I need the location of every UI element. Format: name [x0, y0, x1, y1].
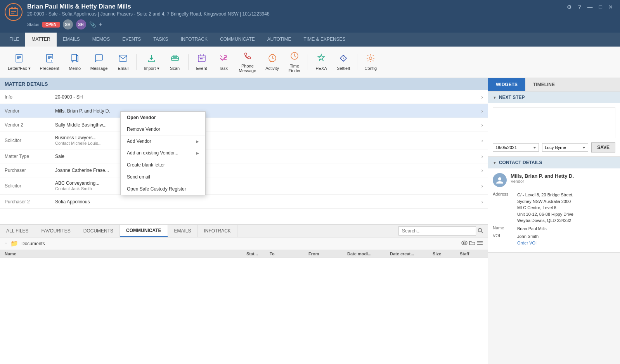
memo-button[interactable]: Memo — [65, 51, 85, 73]
tab-autotime[interactable]: AUTOTIME — [261, 33, 298, 47]
import-button[interactable]: Import ▾ — [140, 51, 163, 73]
config-label: Config — [364, 66, 377, 71]
context-menu-add-vendor[interactable]: Add Vendor ▶ — [121, 135, 205, 147]
matter-field-value-info: 20-0900 - SH — [55, 94, 478, 100]
contact-field-voi: VOI John Smith Order VOI — [493, 233, 615, 246]
scan-icon — [170, 54, 180, 64]
event-button[interactable]: Event — [192, 51, 212, 73]
folder-view-button[interactable] — [469, 240, 475, 247]
scan-button[interactable]: Scan — [165, 51, 185, 73]
context-menu-add-existing[interactable]: Add an existing Vendor... ▶ — [121, 147, 205, 159]
phone-message-button[interactable]: PhoneMessage — [235, 49, 260, 75]
precedent-icon — [45, 54, 54, 64]
tab-memos[interactable]: MEMOS — [86, 33, 116, 47]
up-nav-button[interactable]: ↑ — [5, 241, 7, 247]
col-datemod: Date modi... — [347, 251, 390, 256]
context-menu-send-email[interactable]: Send email — [121, 171, 205, 183]
tab-events[interactable]: EVENTS — [116, 33, 147, 47]
matter-row-vendor2[interactable]: Vendor 2 Sally Middle Basingthw... › — [0, 118, 488, 132]
file-tab-emails[interactable]: EMAILS — [168, 225, 198, 237]
matter-row-purchaser[interactable]: Purchaser Joanne Catherine Frase... › — [0, 163, 488, 177]
add-icon[interactable]: + — [99, 21, 102, 28]
file-tab-infotrack[interactable]: INFOTRACK — [198, 225, 237, 237]
close-btn[interactable]: ✕ — [606, 3, 615, 11]
pexa-button[interactable]: PEXA — [311, 51, 331, 73]
contact-voi-label: VOI — [493, 233, 514, 246]
avatar-1[interactable]: SH — [63, 19, 73, 29]
matter-row-solicitor1[interactable]: Solicitor Business Lawyers... Contact Mi… — [0, 132, 488, 149]
status-badge: OPEN — [42, 22, 59, 28]
file-tab-favourites[interactable]: FAVOURITES — [35, 225, 77, 237]
app-icon — [5, 3, 23, 21]
task-button[interactable]: Task — [213, 51, 234, 73]
matter-field-label-vendor2: Vendor 2 — [5, 122, 55, 128]
help-btn[interactable]: ? — [576, 3, 584, 11]
contact-field-address: Address C/ - Level 8, 20 Bridge Street, … — [493, 192, 615, 224]
next-step-person-select[interactable]: Lucy Byrne — [542, 143, 588, 152]
settings-btn[interactable]: ⚙ — [565, 3, 574, 11]
right-tab-timeline[interactable]: TIMELINE — [525, 78, 563, 91]
contact-voi-value: John Smith Order VOI — [517, 233, 615, 246]
tab-time-expenses[interactable]: TIME & EXPENSES — [298, 33, 352, 47]
tab-communicate[interactable]: COMMUNICATE — [214, 33, 261, 47]
search-input[interactable] — [398, 226, 476, 236]
next-step-save-button[interactable]: SAVE — [591, 142, 615, 153]
col-from: From — [308, 251, 347, 256]
maximize-btn[interactable]: □ — [597, 3, 604, 11]
precedent-button[interactable]: Precedent — [36, 51, 63, 73]
matter-row-purchaser2[interactable]: Purchaser 2 Sofia Appolinous › — [0, 195, 488, 209]
settleit-button[interactable]: SettleIt — [333, 51, 354, 73]
next-step-textarea[interactable] — [493, 107, 615, 138]
window-subtitle: 20-0900 - Sale - Sofia Appolinous | Joan… — [27, 11, 270, 17]
matter-row-info[interactable]: Info 20-0900 - SH › — [0, 90, 488, 104]
contact-voi-link[interactable]: Order VOI — [517, 240, 615, 246]
config-button[interactable]: Config — [360, 51, 381, 73]
file-tab-search-area — [395, 226, 488, 236]
matter-row-chevron-vendor2: › — [481, 122, 483, 128]
matter-field-value-type: Sale — [55, 154, 478, 159]
next-step-title: NEXT STEP — [499, 95, 525, 100]
file-tab-all-files[interactable]: ALL FILES — [0, 225, 35, 237]
matter-details-header: MATTER DETAILS — [0, 78, 488, 90]
minimize-btn[interactable]: — — [585, 3, 595, 11]
col-staff: Staff — [460, 251, 483, 256]
matter-field-value-vendor: Mills, Brian P. and Hetty D. — [55, 108, 478, 114]
contact-details-collapse[interactable]: ▼ — [493, 161, 497, 165]
context-menu-open-vendor[interactable]: Open Vendor — [121, 112, 205, 123]
tab-file[interactable]: FILE — [3, 33, 25, 47]
matter-row-type[interactable]: Matter Type Sale › — [0, 149, 488, 163]
folder-name: Documents — [21, 241, 458, 246]
eye-view-button[interactable] — [461, 240, 468, 247]
context-menu-safe-custody[interactable]: Open Safe Custody Register — [121, 183, 205, 195]
svg-rect-24 — [201, 58, 203, 59]
context-menu-remove-vendor[interactable]: Remove Vendor — [121, 123, 205, 135]
toolbar-sep-3 — [308, 54, 308, 70]
matter-row-vendor[interactable]: Vendor Mills, Brian P. and Hetty D. › — [0, 104, 488, 118]
right-tab-widgets[interactable]: WIDGETS — [488, 78, 525, 91]
message-button[interactable]: Message — [87, 51, 112, 73]
file-tab-communicate[interactable]: COMMUNICATE — [120, 225, 168, 237]
letter-fax-button[interactable]: Letter/Fax ▾ — [4, 51, 35, 73]
email-button[interactable]: Email — [113, 51, 133, 73]
search-button[interactable] — [476, 226, 485, 236]
tab-tasks[interactable]: TASKS — [147, 33, 174, 47]
right-panel: WIDGETS TIMELINE ▼ NEXT STEP 18/05/2021 — [488, 78, 620, 364]
matter-field-label-purchaser: Purchaser — [5, 168, 55, 173]
activity-button[interactable]: Activity — [262, 51, 283, 73]
next-step-date-select[interactable]: 18/05/2021 — [493, 143, 539, 152]
tab-matter[interactable]: MATTER — [25, 33, 56, 47]
title-status: Status OPEN SH SH 📎 + — [27, 19, 270, 29]
pexa-label: PEXA — [315, 66, 327, 71]
status-label-text: Status — [27, 22, 39, 27]
tab-emails[interactable]: EMAILS — [57, 33, 86, 47]
context-menu-create-letter[interactable]: Create blank letter — [121, 159, 205, 171]
time-finder-button[interactable]: TimeFinder — [284, 49, 305, 75]
avatar-2[interactable]: SH — [76, 19, 86, 29]
pin-icon[interactable]: 📎 — [89, 21, 96, 28]
file-tab-documents[interactable]: DOCUMENTS — [77, 225, 120, 237]
tab-infotrack[interactable]: INFOTRACK — [175, 33, 214, 47]
svg-rect-23 — [200, 58, 201, 59]
matter-row-solicitor2[interactable]: Solicitor ABC Conveyancing... Contact Ja… — [0, 177, 488, 195]
list-view-button[interactable] — [477, 240, 483, 247]
next-step-collapse[interactable]: ▼ — [493, 95, 497, 100]
